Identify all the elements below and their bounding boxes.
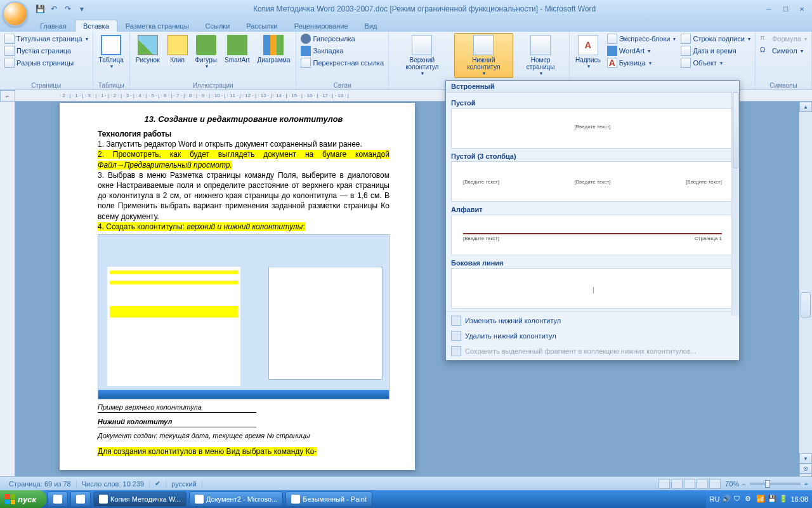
- tab-layout[interactable]: Разметка страницы: [117, 20, 197, 32]
- bookmark-button[interactable]: Закладка: [299, 45, 386, 57]
- zoom-knob[interactable]: [765, 480, 770, 488]
- footer-button[interactable]: Нижний колонтитул: [454, 33, 514, 78]
- table-button[interactable]: Таблица: [96, 33, 127, 71]
- tray-clock[interactable]: 16:08: [790, 495, 808, 503]
- view-outline-button[interactable]: [697, 479, 708, 489]
- status-words[interactable]: Число слов: 10 239: [77, 480, 150, 488]
- datetime-button[interactable]: Дата и время: [679, 45, 752, 57]
- gallery-scroll[interactable]: Пустой [Введите текст] Пустой (3 столбца…: [446, 93, 739, 311]
- dropcap-button[interactable]: Буквица: [605, 57, 678, 69]
- save-icon[interactable]: 💾: [34, 3, 46, 15]
- view-fullscreen-button[interactable]: [671, 479, 683, 489]
- document-page[interactable]: 13. Создание и редактирование колонтитул…: [60, 103, 415, 470]
- task-word1[interactable]: Копия Методичка W...: [93, 491, 187, 507]
- quickparts-button[interactable]: Экспресс-блоки: [605, 33, 678, 44]
- smartart-button[interactable]: SmartArt: [221, 33, 252, 65]
- view-web-button[interactable]: [684, 479, 695, 489]
- tab-home[interactable]: Главная: [32, 20, 75, 32]
- header-button[interactable]: Верхний колонтитул: [391, 33, 453, 78]
- edit-icon: [451, 316, 461, 326]
- tab-review[interactable]: Рецензирование: [286, 20, 357, 32]
- tray-icon[interactable]: 📶: [756, 495, 765, 504]
- maximize-button[interactable]: ☐: [778, 4, 793, 14]
- equation-button[interactable]: πФормула: [758, 33, 809, 44]
- textbox-icon: [578, 35, 598, 55]
- zoom-in-button[interactable]: +: [804, 480, 808, 488]
- vertical-scrollbar[interactable]: ▲ ▼ ⦿ ○ ⦿: [799, 102, 812, 494]
- qat-more-icon[interactable]: ▾: [76, 3, 88, 15]
- zoom-out-button[interactable]: −: [742, 480, 745, 488]
- crossref-button[interactable]: Перекрестная ссылка: [299, 57, 386, 69]
- task-paint[interactable]: Безымянный - Paint: [285, 491, 372, 507]
- scroll-thumb[interactable]: [801, 292, 811, 318]
- signature-button[interactable]: Строка подписи: [679, 33, 752, 44]
- minimize-button[interactable]: ─: [761, 4, 776, 14]
- tab-mailings[interactable]: Рассылки: [238, 20, 285, 32]
- status-proof[interactable]: ✔: [150, 479, 166, 488]
- task-word2[interactable]: Документ2 - Microso...: [189, 491, 283, 507]
- chart-button[interactable]: Диаграмма: [254, 33, 293, 65]
- view-draft-button[interactable]: [709, 479, 721, 489]
- zoom-slider[interactable]: [750, 483, 801, 485]
- quickparts-icon: [607, 34, 617, 44]
- scroll-down-icon[interactable]: ▼: [799, 453, 812, 464]
- system-tray: RU 🔊 🛡 ⚙ 📶 💾 🔋 16:08: [706, 490, 812, 508]
- tray-icon[interactable]: 🛡: [733, 495, 742, 504]
- save-icon: [451, 346, 461, 356]
- gallery-scroll-thumb[interactable]: [733, 92, 738, 168]
- prev-page-icon[interactable]: ⦿: [799, 464, 812, 474]
- view-print-button[interactable]: [658, 479, 670, 489]
- pagenumber-button[interactable]: Номер страницы: [514, 33, 566, 78]
- gallery-item-sideline[interactable]: |: [451, 268, 734, 309]
- tray-icon[interactable]: 🔋: [779, 495, 788, 504]
- footer-gallery-popup: Встроенный Пустой [Введите текст] Пустой…: [445, 80, 740, 361]
- redo-icon[interactable]: ↷: [62, 3, 74, 15]
- blank-page-button[interactable]: Пустая страница: [3, 45, 90, 57]
- header-icon: [412, 35, 432, 55]
- window-title: Копия Методичка Word 2003-2007.doc [Режи…: [88, 4, 761, 13]
- object-button[interactable]: Объект: [679, 57, 752, 69]
- edit-footer-button[interactable]: Изменить нижний колонтитул: [446, 313, 739, 328]
- status-page[interactable]: Страница: 69 из 78: [4, 480, 77, 488]
- office-button[interactable]: [3, 1, 28, 27]
- tray-icon[interactable]: 💾: [768, 495, 776, 504]
- tray-icon[interactable]: 🔊: [722, 495, 731, 504]
- picture-button[interactable]: Рисунок: [133, 33, 163, 65]
- tab-view[interactable]: Вид: [357, 20, 386, 32]
- gallery-scrollbar[interactable]: [731, 92, 739, 316]
- shapes-button[interactable]: Фигуры: [192, 33, 220, 71]
- object-icon: [681, 58, 691, 68]
- status-lang[interactable]: русский: [166, 480, 202, 488]
- tray-icon[interactable]: ⚙: [745, 495, 754, 504]
- page-icon: [4, 34, 15, 44]
- shapes-icon: [196, 35, 216, 55]
- cover-page-button[interactable]: Титульная страница: [3, 33, 90, 44]
- page-break-button[interactable]: Разрыв страницы: [3, 57, 90, 69]
- tray-lang[interactable]: RU: [710, 495, 720, 503]
- remove-footer-button[interactable]: Удалить нижний колонтитул: [446, 328, 739, 344]
- tab-insert[interactable]: Вставка: [75, 20, 117, 32]
- close-button[interactable]: ✕: [794, 4, 809, 14]
- wordart-button[interactable]: WordArt: [605, 45, 678, 57]
- symbol-button[interactable]: ΩСимвол: [758, 45, 809, 57]
- clipart-button[interactable]: Клип: [164, 33, 191, 65]
- gallery-item-blank[interactable]: [Введите текст]: [451, 108, 734, 149]
- doc-p3: 3. Выбрав в меню Разметка страницы коман…: [98, 170, 390, 222]
- title-bar: 💾 ↶ ↷ ▾ Копия Методичка Word 2003-2007.d…: [0, 0, 812, 18]
- hyperlink-button[interactable]: Гиперссылка: [299, 33, 386, 44]
- quicklaunch-icon[interactable]: [48, 491, 68, 507]
- vertical-ruler[interactable]: [0, 102, 15, 494]
- zoom-value[interactable]: 70%: [725, 480, 739, 488]
- clip-icon: [167, 35, 188, 55]
- group-links: Связи: [299, 81, 386, 90]
- ruler-corner[interactable]: ⌐: [0, 90, 15, 102]
- start-button[interactable]: пуск: [0, 490, 46, 508]
- quicklaunch-icon[interactable]: [70, 491, 91, 507]
- gallery-item-3cols[interactable]: [Введите текст][Введите текст][Введите т…: [451, 161, 734, 202]
- tab-references[interactable]: Ссылки: [197, 20, 239, 32]
- scroll-up-icon[interactable]: ▲: [799, 102, 812, 112]
- page-icon: [4, 58, 15, 68]
- textbox-button[interactable]: Надпись: [572, 33, 604, 71]
- gallery-item-alphabet[interactable]: [Введите текст]Страница 1: [451, 215, 734, 255]
- undo-icon[interactable]: ↶: [48, 3, 60, 15]
